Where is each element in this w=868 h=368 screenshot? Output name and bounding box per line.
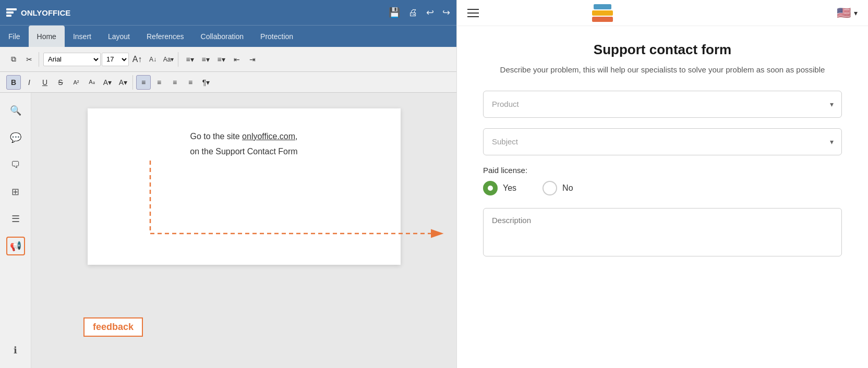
- svg-rect-1: [592, 17, 613, 22]
- product-select-wrapper: Product ONLYOFFICE Docs ONLYOFFICE Deskt…: [483, 91, 842, 118]
- search-sidebar-icon[interactable]: 🔍: [6, 101, 25, 120]
- paragraph-mark-btn[interactable]: ¶▾: [199, 75, 213, 90]
- clipboard-group: ⧉ ✂: [4, 52, 39, 67]
- description-area[interactable]: [483, 208, 842, 256]
- yes-label: Yes: [503, 183, 516, 193]
- cut-btn[interactable]: ✂: [22, 52, 37, 67]
- no-option[interactable]: No: [542, 181, 573, 195]
- subject-select-wrapper: Subject Bug Report Feature Request ▾: [483, 128, 842, 155]
- menu-bar: File Home Insert Layout References Colla…: [0, 25, 456, 47]
- case-btn[interactable]: Aa▾: [161, 52, 176, 67]
- menu-protection[interactable]: Protection: [252, 26, 302, 47]
- align-center-btn[interactable]: ≡: [152, 75, 166, 90]
- toolbar-row1: ⧉ ✂ Arial 17 A↑ A↓ Aa▾ ≡▾ ≡▾ ≡▾ ⇤ ⇥: [0, 47, 456, 72]
- format-group: B I U S A² A₂ A▾ A▾: [4, 75, 133, 90]
- menu-home[interactable]: Home: [29, 26, 65, 47]
- list-sidebar-icon[interactable]: ☰: [6, 210, 25, 228]
- comment-sidebar-icon[interactable]: 💬: [6, 128, 25, 147]
- editor-body: 🔍 💬 🗨 ⊞ ☰ 📢 ℹ Go to the site onlyoffice.…: [0, 93, 456, 368]
- table-sidebar-icon[interactable]: ⊞: [6, 182, 25, 201]
- document-content: Go to the site onlyoffice.com, on the Su…: [88, 108, 401, 265]
- yes-radio[interactable]: [483, 181, 498, 195]
- decrease-indent-btn[interactable]: ⇤: [230, 52, 244, 67]
- form-subtitle: Describe your problem, this will help ou…: [483, 64, 842, 76]
- undo-icon[interactable]: ↩: [426, 7, 434, 18]
- underline-btn[interactable]: U: [38, 75, 52, 90]
- feedback-box[interactable]: feedback: [83, 317, 143, 337]
- subject-select[interactable]: Subject Bug Report Feature Request: [483, 128, 842, 155]
- font-size-up-btn[interactable]: A↑: [130, 52, 144, 67]
- font-group: Arial 17 A↑ A↓ Aa▾: [41, 52, 178, 67]
- paragraph-group: ≡▾ ≡▾ ≡▾ ⇤ ⇥: [180, 52, 262, 67]
- align-left-btn[interactable]: ≡: [136, 75, 151, 90]
- logo-icon: [6, 8, 17, 17]
- yes-option[interactable]: Yes: [483, 181, 516, 195]
- font-color-btn[interactable]: A▾: [116, 75, 130, 90]
- align-justify-btn[interactable]: ≡: [183, 75, 198, 90]
- menu-file[interactable]: File: [0, 26, 29, 47]
- menu-insert[interactable]: Insert: [65, 26, 100, 47]
- multilevel-list-btn[interactable]: ≡▾: [214, 52, 228, 67]
- right-header: 🇺🇸 ▾: [457, 0, 868, 26]
- svg-rect-2: [592, 10, 613, 16]
- align-group: ≡ ≡ ≡ ≡ ¶▾: [134, 75, 215, 90]
- radio-group: Yes No: [483, 181, 842, 195]
- align-right-btn[interactable]: ≡: [167, 75, 182, 90]
- annotation-arrow: [88, 150, 401, 306]
- hamburger-menu[interactable]: [467, 9, 479, 17]
- superscript-btn[interactable]: A²: [69, 75, 83, 90]
- app-logo: ONLYOFFICE: [6, 8, 70, 17]
- list-bullet-btn[interactable]: ≡▾: [183, 52, 197, 67]
- increase-indent-btn[interactable]: ⇥: [245, 52, 260, 67]
- form-title: Support contact form: [483, 42, 842, 58]
- menu-references[interactable]: References: [138, 26, 192, 47]
- list-number-btn[interactable]: ≡▾: [198, 52, 213, 67]
- save-icon[interactable]: 💾: [389, 7, 400, 18]
- title-bar-tools: 💾 🖨 ↩ ↪: [389, 7, 450, 18]
- paid-license-section: Paid license: Yes No: [483, 166, 842, 195]
- editor-panel: ONLYOFFICE 💾 🖨 ↩ ↪ File Home Insert Layo…: [0, 0, 456, 368]
- font-select[interactable]: Arial: [43, 53, 101, 66]
- language-selector[interactable]: 🇺🇸 ▾: [837, 6, 858, 20]
- paid-license-label: Paid license:: [483, 166, 842, 175]
- print-icon[interactable]: 🖨: [408, 7, 418, 18]
- doc-text: Go to the site onlyoffice.com, on the Su…: [114, 129, 375, 160]
- feedback-label: feedback: [93, 322, 134, 332]
- bold-btn[interactable]: B: [6, 75, 21, 90]
- stack-logo-icon: [589, 2, 616, 24]
- toolbar-row2: B I U S A² A₂ A▾ A▾ ≡ ≡ ≡ ≡ ¶▾: [0, 72, 456, 93]
- svg-rect-3: [594, 4, 611, 9]
- chat-sidebar-icon[interactable]: 🗨: [6, 155, 25, 174]
- info-sidebar-icon[interactable]: ℹ: [6, 341, 25, 360]
- description-input[interactable]: [492, 216, 833, 247]
- product-select[interactable]: Product ONLYOFFICE Docs ONLYOFFICE Deskt…: [483, 91, 842, 118]
- feedback-sidebar-icon[interactable]: 📢: [6, 237, 25, 255]
- size-select[interactable]: 17: [102, 53, 129, 66]
- highlight-btn[interactable]: A▾: [100, 75, 115, 90]
- no-label: No: [562, 183, 573, 193]
- app-title: ONLYOFFICE: [21, 8, 70, 17]
- menu-layout[interactable]: Layout: [100, 26, 138, 47]
- subscript-btn[interactable]: A₂: [85, 75, 99, 90]
- menu-collaboration[interactable]: Collaboration: [192, 26, 252, 47]
- font-size-down-btn[interactable]: A↓: [146, 52, 160, 67]
- right-panel: 🇺🇸 ▾ Support contact form Describe your …: [456, 0, 868, 368]
- redo-icon[interactable]: ↪: [442, 7, 450, 18]
- no-radio[interactable]: [542, 181, 557, 195]
- strikethrough-btn[interactable]: S: [53, 75, 68, 90]
- doc-link[interactable]: onlyoffice.com: [242, 132, 295, 141]
- form-container: Support contact form Describe your probl…: [457, 26, 868, 368]
- title-bar: ONLYOFFICE 💾 🖨 ↩ ↪: [0, 0, 456, 25]
- italic-btn[interactable]: I: [22, 75, 37, 90]
- right-logo: [589, 2, 616, 24]
- copy-btn[interactable]: ⧉: [6, 52, 21, 67]
- left-sidebar: 🔍 💬 🗨 ⊞ ☰ 📢 ℹ: [0, 93, 31, 368]
- doc-area: Go to the site onlyoffice.com, on the Su…: [31, 93, 456, 368]
